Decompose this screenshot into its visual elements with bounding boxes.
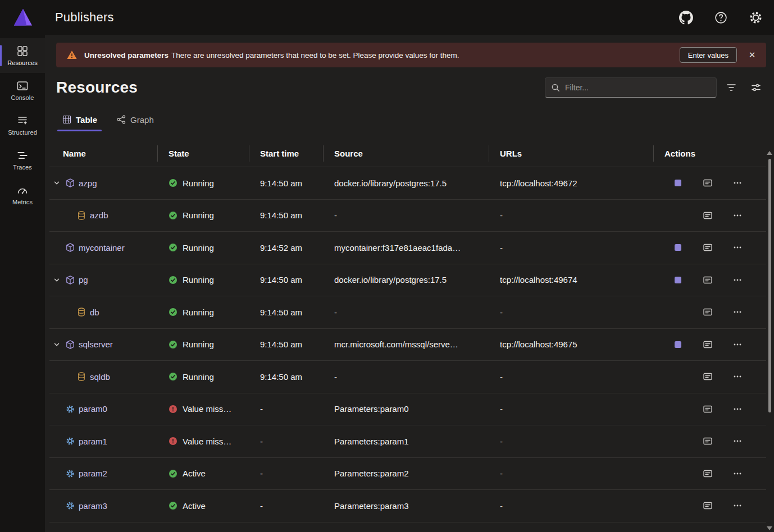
sidebar-item-structured[interactable]: Structured [0,108,45,143]
scrollbar-thumb[interactable] [768,159,771,412]
console-logs-button[interactable] [700,175,716,191]
table-row[interactable]: param0 Value miss… - Parameters:param0 - [49,393,766,426]
state-text: Running [183,275,214,285]
table-row[interactable]: db Running 9:14:50 am - - [49,296,766,329]
more-actions-button[interactable] [730,433,745,449]
scroll-up-arrow[interactable] [767,151,772,155]
resource-name-link[interactable]: pg [79,275,88,285]
resource-url-link[interactable]: - [500,243,503,253]
resource-url-link[interactable]: - [500,469,503,478]
banner-close-button[interactable]: ✕ [744,47,761,63]
sidebar-item-console[interactable]: Console [0,73,45,108]
resource-name-link[interactable]: azdb [90,210,108,220]
urls-cell: - [489,501,653,511]
console-logs-button[interactable] [700,433,716,449]
table-row[interactable]: param2 Active - Parameters:param2 - [49,458,766,490]
container-icon [65,242,76,253]
column-header-state[interactable]: State [157,140,249,167]
resource-url-link[interactable]: - [500,437,503,446]
tab-graph[interactable]: Graph [114,114,156,131]
chevron-down-icon[interactable] [52,275,62,285]
more-actions-button[interactable] [730,208,745,223]
resource-url-link[interactable]: - [500,404,503,414]
table-row[interactable]: azpg Running 9:14:50 am docker.io/librar… [49,167,766,200]
console-logs-button[interactable] [700,208,716,223]
resource-url-link[interactable]: - [500,210,503,220]
column-header-start-time[interactable]: Start time [249,140,323,167]
console-logs-button[interactable] [700,304,716,320]
settings-button[interactable] [745,7,766,27]
stop-resource-button[interactable] [670,175,686,191]
table-row[interactable]: param1 Value miss… - Parameters:param1 - [49,425,766,458]
resource-name-link[interactable]: db [90,308,99,317]
vertical-scrollbar[interactable] [766,149,773,532]
console-logs-button[interactable] [700,240,716,255]
container-icon [65,274,76,286]
resource-name-link[interactable]: azpg [79,178,97,188]
console-logs-button[interactable] [700,369,716,384]
chevron-down-icon[interactable] [52,340,62,350]
more-actions-button[interactable] [730,337,745,352]
resource-url-link[interactable]: - [500,372,503,382]
console-logs-button[interactable] [700,498,716,513]
column-header-actions[interactable]: Actions [653,140,766,167]
resource-url-link[interactable]: - [500,501,503,511]
app-title: Publishers [55,10,114,25]
resource-name-link[interactable]: sqlserver [79,340,113,349]
more-actions-button[interactable] [730,240,745,255]
sidebar-item-label: Traces [13,164,32,171]
sidebar-item-resources[interactable]: Resources [0,38,45,73]
column-header-urls[interactable]: URLs [489,140,653,167]
console-logs-button[interactable] [700,466,716,481]
table-row[interactable]: mycontainer Running 9:14:52 am mycontain… [49,232,766,264]
source-cell: Parameters:param2 [323,469,489,478]
stop-resource-button[interactable] [670,272,686,288]
resource-url-link[interactable]: - [500,308,503,317]
stop-resource-button[interactable] [670,240,686,255]
more-actions-button[interactable] [730,466,745,481]
sidebar-item-metrics[interactable]: Metrics [0,177,45,212]
table-row[interactable]: param3 Active - Parameters:param3 - [49,490,766,522]
resource-name-link[interactable]: mycontainer [79,243,125,253]
resource-name-cell: db [49,306,157,318]
more-actions-button[interactable] [730,272,745,288]
state-text: Running [183,210,214,220]
filter-input[interactable] [565,83,711,92]
resource-url-link[interactable]: tcp://localhost:49675 [500,340,577,349]
resource-url-link[interactable]: tcp://localhost:49672 [500,178,577,188]
filter-options-button[interactable] [721,77,741,98]
table-row[interactable]: azdb Running 9:14:50 am - - [49,200,766,232]
resource-name-link[interactable]: param3 [79,501,107,511]
more-actions-button[interactable] [730,175,745,191]
stop-resource-button[interactable] [670,337,686,352]
sidebar-item-traces[interactable]: Traces [0,143,45,177]
table-row[interactable]: sqlserver Running 9:14:50 am mcr.microso… [49,329,766,361]
console-logs-button[interactable] [700,337,716,352]
chevron-down-icon[interactable] [52,178,62,188]
resource-type-settings-button[interactable] [746,77,766,98]
more-actions-button[interactable] [730,304,745,320]
console-logs-button[interactable] [700,272,716,288]
scroll-down-arrow[interactable] [767,526,772,530]
column-header-name[interactable]: Name [49,140,157,167]
ellipsis-icon [732,501,743,511]
tab-table[interactable]: Table [60,114,99,131]
more-actions-button[interactable] [730,369,745,384]
resource-name-link[interactable]: param2 [79,469,107,478]
resource-name-link[interactable]: sqldb [90,372,110,382]
column-header-source[interactable]: Source [323,140,489,167]
actions-cell [653,304,766,320]
console-logs-button[interactable] [700,401,716,417]
resource-name-link[interactable]: param1 [79,437,107,446]
resource-name-link[interactable]: param0 [79,404,107,414]
table-row[interactable]: sqldb Running 9:14:50 am - - [49,361,766,393]
help-button[interactable] [711,7,731,27]
enter-values-button[interactable]: Enter values [680,47,737,63]
more-actions-button[interactable] [730,401,745,417]
more-actions-button[interactable] [730,498,745,513]
ellipsis-icon [732,307,743,317]
resource-url-link[interactable]: tcp://localhost:49674 [500,275,577,285]
table-row[interactable]: pg Running 9:14:50 am docker.io/library/… [49,264,766,297]
github-button[interactable] [676,7,696,27]
traces-icon [16,149,29,162]
